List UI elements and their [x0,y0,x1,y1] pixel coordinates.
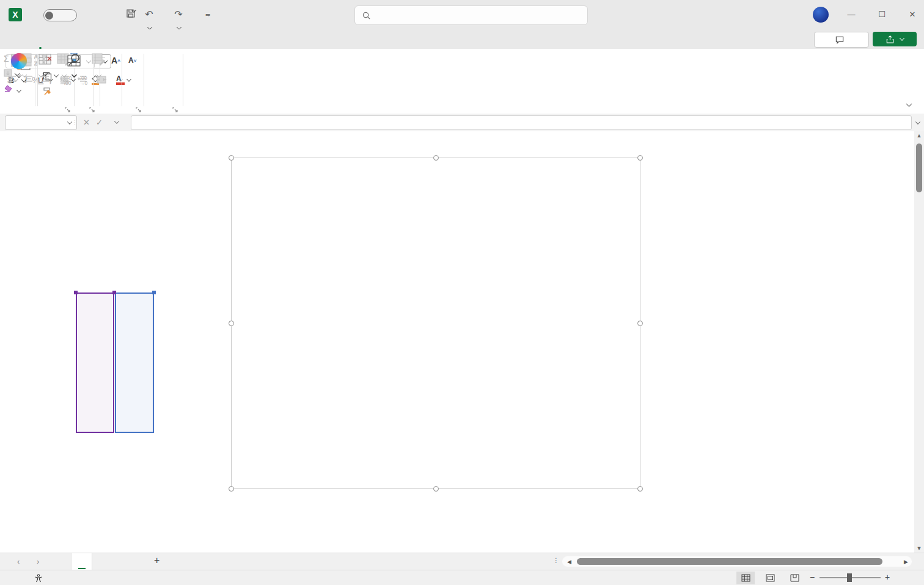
scroll-up-icon[interactable]: ▲ [914,131,924,140]
number-dialog-launcher-icon[interactable] [89,104,96,111]
name-box-splitter[interactable]: ⋮ [72,120,77,125]
ribbon-tab-row [0,29,924,49]
tab-chart-design[interactable] [413,32,418,47]
maximize-icon[interactable]: ☐ [875,9,889,21]
tab-review[interactable] [268,32,273,47]
copilot-icon [11,53,27,69]
chart-resize-handle[interactable] [229,486,234,492]
search-icon [362,12,370,20]
tab-page-layout[interactable] [136,32,141,47]
comments-button[interactable] [814,32,869,48]
scroll-down-icon[interactable]: ▼ [914,544,924,553]
font-dialog-launcher-icon[interactable] [136,104,142,111]
chart-resize-handle[interactable] [229,155,234,161]
prev-sheet-icon[interactable]: ‹ [17,557,20,566]
redo-icon[interactable]: ↷ [172,9,185,21]
chart-resize-handle[interactable] [433,486,439,492]
account-avatar[interactable] [813,7,829,23]
sheet-tab-bar: ‹ › + ⋮ ◀ ▶ [0,553,924,570]
share-dropdown-icon [899,35,904,40]
range-handle[interactable] [152,291,156,294]
expand-formula-bar-icon[interactable] [915,119,920,124]
chart-resize-handle[interactable] [637,321,643,326]
tab-automate[interactable] [335,32,340,47]
range-handle[interactable] [112,291,116,294]
clear-icon[interactable] [4,84,21,95]
tab-data[interactable] [240,32,244,47]
accessibility-icon [34,574,43,583]
chart-resize-handle[interactable] [637,486,643,492]
tab-splitter-icon[interactable]: ⋮ [553,557,559,564]
toggle-knob-icon [45,12,53,20]
minimize-icon[interactable]: — [845,9,858,21]
clipboard-dialog-launcher-icon[interactable] [65,104,72,111]
scroll-right-icon[interactable]: ▶ [904,559,908,565]
scroll-left-icon[interactable]: ◀ [567,559,571,565]
horizontal-scroll-thumb[interactable] [577,558,882,565]
comment-icon [835,36,844,44]
page-layout-view-icon[interactable] [761,572,779,584]
search-box[interactable] [354,5,588,25]
chart-source-range-real[interactable] [76,292,114,433]
nyquist-chart [232,158,640,488]
vertical-scrollbar[interactable]: ▲ ▼ [914,131,924,553]
search-input[interactable] [375,10,561,20]
share-icon [886,35,894,43]
page-break-view-icon[interactable] [785,572,804,584]
new-sheet-icon[interactable]: + [154,555,160,566]
tab-file[interactable] [11,32,16,47]
zoom-slider-thumb[interactable] [847,573,852,582]
ribbon: A˄ A˅ B I U A [0,49,924,114]
chart-source-range-imaginary[interactable] [115,292,154,433]
tab-help[interactable] [384,32,389,47]
normal-view-icon[interactable] [736,572,755,584]
vertical-scroll-thumb[interactable] [916,144,922,192]
copilot-button[interactable] [4,53,34,80]
tab-format[interactable] [472,32,477,47]
chart-resize-handle[interactable] [637,155,643,161]
tab-draw[interactable] [105,32,110,47]
chart-resize-handle[interactable] [229,321,234,326]
zoom-out-icon[interactable]: − [810,572,815,582]
tab-view[interactable] [306,32,310,47]
chart-object[interactable] [231,158,640,489]
format-painter-icon[interactable] [43,84,53,98]
quick-access-customize-icon[interactable]: ≂ [202,9,214,21]
tab-home[interactable] [38,32,43,47]
document-title[interactable] [128,9,136,13]
close-icon[interactable]: ✕ [906,9,919,21]
share-button[interactable] [873,32,917,46]
name-box-dropdown-icon [67,119,72,124]
fx-dropdown-icon[interactable] [114,118,119,123]
autosave-toggle[interactable] [39,9,77,21]
alignment-dialog-launcher-icon[interactable] [172,104,179,111]
horizontal-scrollbar[interactable]: ◀ ▶ [562,556,912,567]
enter-icon[interactable]: ✓ [96,118,103,127]
tab-insert[interactable] [73,32,78,47]
collapse-ribbon-icon[interactable] [906,101,912,107]
name-box[interactable] [5,115,77,130]
find-select-button[interactable] [59,53,90,79]
status-bar: − + [0,570,924,585]
autosave-switch[interactable] [43,9,77,21]
next-sheet-icon[interactable]: › [37,557,39,566]
formula-input[interactable] [131,115,912,130]
undo-icon[interactable]: ↶ [143,9,155,21]
range-handle[interactable] [74,291,78,294]
decrease-font-icon[interactable]: A˅ [128,54,136,67]
tab-formulas[interactable] [193,32,198,47]
title-bar: X ↶ ↷ ≂ — ☐ ✕ [0,0,924,29]
sheet-tab-dataset58-1[interactable] [72,553,92,570]
chart-resize-handle[interactable] [433,155,439,161]
formula-bar: ⋮ ✕ ✓ [0,114,924,131]
zoom-in-icon[interactable]: + [885,572,890,582]
cancel-icon[interactable]: ✕ [83,118,90,127]
excel-app-icon[interactable]: X [9,8,22,21]
